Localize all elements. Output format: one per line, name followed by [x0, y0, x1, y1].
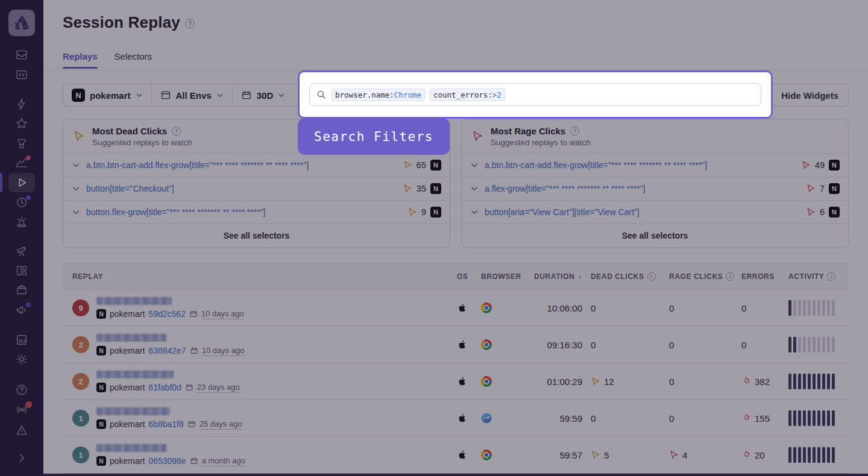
search-spotlight: browser.name:Chrome count_errors:>2: [298, 70, 773, 119]
search-filter-chip[interactable]: browser.name:Chrome: [332, 89, 425, 101]
app-window: Session Replay ? Replays Selectors N pok…: [0, 0, 868, 476]
tour-tooltip: Search Filters: [298, 118, 450, 155]
search-input[interactable]: browser.name:Chrome count_errors:>2: [309, 83, 761, 106]
search-icon: [316, 89, 327, 100]
search-filter-chip[interactable]: count_errors:>2: [430, 89, 505, 101]
